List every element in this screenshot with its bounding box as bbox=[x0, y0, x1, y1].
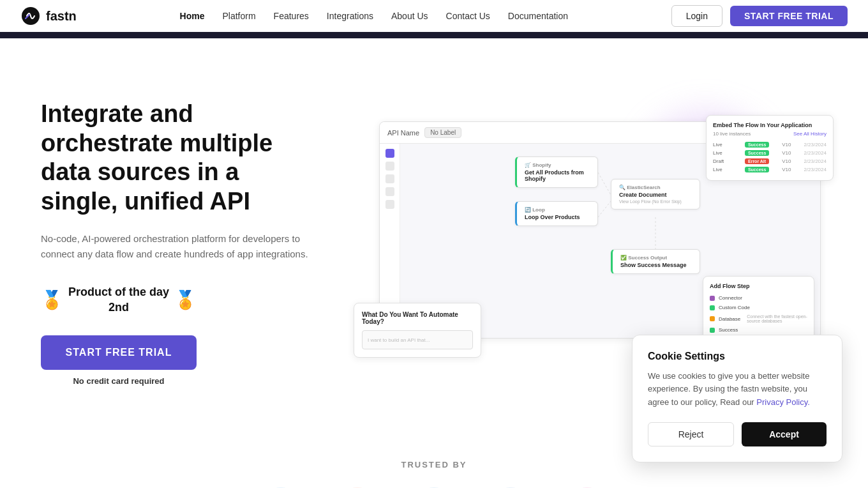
nav-platform[interactable]: Platform bbox=[222, 11, 255, 21]
hero-left: Integrate and orchestrate multiple data … bbox=[41, 100, 315, 386]
reject-button[interactable]: Reject bbox=[648, 422, 734, 446]
step-custom-code: Custom Code bbox=[710, 303, 807, 312]
prompt-card: What Do You Want To Automate Today? I wa… bbox=[354, 303, 481, 358]
prompt-title: What Do You Want To Automate Today? bbox=[362, 311, 473, 325]
navbar: fastn Home Platform Features Integration… bbox=[0, 0, 868, 33]
sidebar-icon-2[interactable] bbox=[385, 162, 394, 171]
history-card: Embed The Flow In Your Application 10 li… bbox=[706, 115, 834, 181]
no-credit-card-label: No credit card required bbox=[41, 376, 197, 386]
privacy-policy-link[interactable]: Privacy Policy. bbox=[756, 397, 810, 407]
laurel-right: 🏅 bbox=[174, 289, 197, 310]
product-badge: 🏅 Product of the day 2nd 🏅 bbox=[41, 285, 315, 315]
logo[interactable]: fastn bbox=[20, 6, 77, 26]
accept-button[interactable]: Accept bbox=[742, 422, 827, 446]
flow-node-elastic: 🔍 ElasticSearch Create Document View Loo… bbox=[611, 179, 700, 210]
cookie-buttons: Reject Accept bbox=[648, 422, 827, 446]
prompt-input[interactable]: I want to build an API that... bbox=[362, 330, 473, 349]
dark-strip bbox=[0, 33, 868, 38]
hero-title: Integrate and orchestrate multiple data … bbox=[41, 100, 315, 216]
hero-trial-button[interactable]: START FREE TRIAL bbox=[41, 335, 197, 370]
nav-home[interactable]: Home bbox=[180, 11, 205, 21]
nav-actions: Login START FREE TRIAL bbox=[671, 5, 848, 27]
history-see-all[interactable]: See All History bbox=[793, 131, 827, 137]
sidebar-icon-5[interactable] bbox=[385, 200, 394, 209]
history-title: Embed The Flow In Your Application bbox=[713, 122, 827, 128]
step-database: Database Connect with the fastest open-s… bbox=[710, 312, 807, 325]
sidebar-icon-1[interactable] bbox=[385, 149, 394, 158]
sidebar-icon-3[interactable] bbox=[385, 174, 394, 183]
nav-about[interactable]: About Us bbox=[391, 11, 428, 21]
flow-node-success: ✅ Success Output Show Success Message bbox=[611, 249, 700, 274]
laurel-left: 🏅 bbox=[41, 289, 63, 310]
nav-contact[interactable]: Contact Us bbox=[446, 11, 490, 21]
history-row-3: Draft Error Alt V10 2/23/2024 bbox=[713, 157, 827, 165]
step-connector: Connector bbox=[710, 293, 807, 303]
nav-integrations[interactable]: Integrations bbox=[327, 11, 373, 21]
svg-line-1 bbox=[598, 172, 611, 195]
flow-node-loop: 🔄 Loop Loop Over Products bbox=[515, 201, 598, 226]
step-title: Add Flow Step bbox=[710, 283, 807, 289]
history-count: 10 live instances bbox=[713, 131, 751, 137]
badge-rank: 2nd bbox=[68, 300, 169, 315]
flow-node-shopify: 🛒 Shopify Get All Products from Shopify bbox=[515, 156, 598, 188]
history-row-2: Live Success V10 2/23/2024 bbox=[713, 149, 827, 157]
nav-features[interactable]: Features bbox=[274, 11, 309, 21]
cookie-banner: Cookie Settings We use cookies to give y… bbox=[632, 335, 842, 462]
cookie-text: We use cookies to give you a better webs… bbox=[648, 370, 827, 409]
hero-description: No-code, AI-powered orchestration platfo… bbox=[41, 231, 315, 262]
history-row-1: Live Success V10 2/23/2024 bbox=[713, 141, 827, 149]
svg-line-2 bbox=[598, 201, 611, 217]
nav-links: Home Platform Features Integrations Abou… bbox=[180, 10, 568, 22]
brand-name: fastn bbox=[46, 9, 77, 24]
history-row-4: Live Success V10 2/23/2024 bbox=[713, 165, 827, 174]
login-button[interactable]: Login bbox=[671, 5, 722, 27]
step-success: Success bbox=[710, 325, 807, 335]
sidebar-icon-4[interactable] bbox=[385, 187, 394, 196]
no-label-badge: No Label bbox=[424, 127, 461, 138]
nav-trial-button[interactable]: START FREE TRIAL bbox=[730, 6, 848, 26]
cookie-title: Cookie Settings bbox=[648, 351, 827, 362]
badge-award-text: Product of the day bbox=[68, 285, 169, 300]
nav-docs[interactable]: Documentation bbox=[508, 11, 568, 21]
api-name-label: API Name bbox=[387, 129, 419, 137]
